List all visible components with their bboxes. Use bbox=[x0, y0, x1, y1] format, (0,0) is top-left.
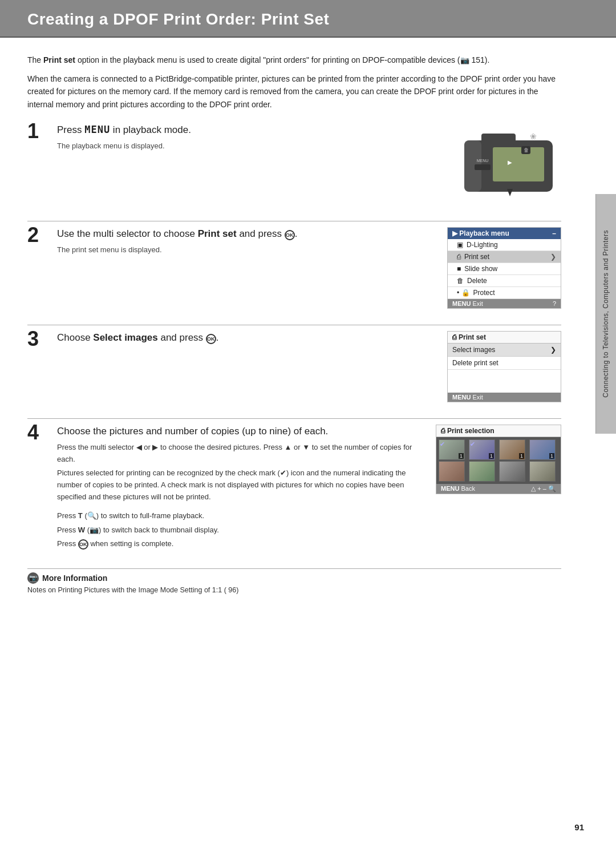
step-4-number: 4 bbox=[27, 422, 52, 552]
svg-rect-6 bbox=[475, 164, 491, 170]
thumb-3-num: 1 bbox=[519, 453, 524, 459]
more-info-title: 📷 More Information bbox=[27, 572, 561, 584]
step-3-text: Choose Select images and press OK. bbox=[57, 331, 436, 348]
menu-footer-help: ? bbox=[553, 300, 556, 307]
step-4: 4 Choose the pictures and number of copi… bbox=[27, 425, 561, 552]
print-sel-icon: ⎙ bbox=[441, 427, 445, 435]
page-title: Creating a DPOF Print Order: Print Set bbox=[27, 10, 589, 29]
more-info-section: 📷 More Information Notes on Printing Pic… bbox=[27, 568, 561, 594]
more-info-text: Notes on Printing Pictures with the Imag… bbox=[27, 586, 561, 594]
menu-item-protect: • 🔒 Protect bbox=[448, 287, 561, 299]
step-2-divider bbox=[27, 325, 561, 325]
camera-illustration: ▶ MENU 🗑 ❀ bbox=[453, 123, 561, 203]
step-3-body: Choose Select images and press OK. ⎙ Pri… bbox=[57, 331, 561, 402]
step-3-instruction: Choose Select images and press OK. bbox=[57, 331, 436, 345]
print-selection-mock: ⎙ Print selection ✔ 1 bbox=[436, 425, 561, 494]
menu-item-delete: 🗑 Delete bbox=[448, 275, 561, 287]
step-2-instruction: Use the multi selector to choose Print s… bbox=[57, 227, 436, 241]
dlighting-icon: ▣ bbox=[457, 241, 463, 249]
step-4-detail-ok: Press OK when setting is complete. bbox=[57, 538, 561, 550]
thumb-6 bbox=[469, 461, 495, 482]
step-4-content: Choose the pictures and number of copies… bbox=[52, 425, 561, 552]
thumb-1: ✔ 1 bbox=[439, 439, 465, 460]
intro-section: The Print set option in the playback men… bbox=[27, 54, 561, 111]
slideshow-label: Slide show bbox=[464, 265, 497, 273]
dlighting-label: D-Lighting bbox=[467, 241, 498, 249]
menu-title-label: ▶ Playback menu bbox=[452, 229, 509, 237]
svg-text:🗑: 🗑 bbox=[524, 147, 529, 153]
delete-label: Delete bbox=[467, 277, 487, 285]
thumb-2-check: ✔ bbox=[470, 441, 475, 448]
step-4-details: Press the multi selector ◀ or ▶ to choos… bbox=[57, 442, 424, 503]
thumb-5 bbox=[439, 461, 465, 482]
printset-arrow: ❯ bbox=[550, 253, 556, 261]
protect-icon: • 🔒 bbox=[457, 289, 470, 297]
delete-icon: 🗑 bbox=[457, 277, 464, 285]
thumb-1-num: 1 bbox=[459, 453, 464, 459]
side-tab: Connecting to Televisions, Computers and… bbox=[595, 194, 616, 434]
step-4-instruction: Choose the pictures and number of copies… bbox=[57, 425, 424, 438]
thumb-7 bbox=[499, 461, 525, 482]
print-set-footer: MENU Exit bbox=[448, 393, 561, 402]
intro-para1: The Print set option in the playback men… bbox=[27, 54, 561, 67]
page-header: Creating a DPOF Print Order: Print Set bbox=[0, 0, 616, 38]
intro-para2: When the camera is connected to a PictBr… bbox=[27, 72, 561, 111]
svg-text:▶: ▶ bbox=[508, 159, 512, 165]
print-set-label: Print set bbox=[459, 333, 486, 341]
protect-label: Protect bbox=[473, 289, 495, 297]
print-sel-title: ⎙ Print selection bbox=[436, 425, 561, 437]
step-2-content: Use the multi selector to choose Print s… bbox=[52, 227, 561, 309]
print-set-icon: ⎙ bbox=[452, 333, 456, 341]
step-2-number: 2 bbox=[27, 225, 52, 309]
svg-rect-2 bbox=[481, 134, 516, 145]
step-2: 2 Use the multi selector to choose Print… bbox=[27, 227, 561, 309]
step-1-instruction: Press MENU in playback mode. bbox=[57, 123, 441, 137]
step-1-image: ▶ MENU 🗑 ❀ bbox=[453, 123, 561, 205]
print-sel-back: MENU Back bbox=[441, 485, 475, 492]
step-4-detail-t: Press T (🔍) to switch to full-frame play… bbox=[57, 510, 561, 522]
menu-footer-label: MENU Exit bbox=[452, 300, 483, 307]
main-content: The Print set option in the playback men… bbox=[0, 38, 616, 610]
more-info-icon: 📷 bbox=[27, 572, 39, 584]
menu-title: ▶ Playback menu – bbox=[448, 228, 561, 239]
slideshow-icon: ■ bbox=[457, 265, 461, 273]
print-set-select-images: Select images ❯ bbox=[448, 344, 561, 357]
step-1: 1 Press MENU in playback mode. The playb… bbox=[27, 123, 561, 205]
step-2-image: ▶ Playback menu – ▣ D-Lighting ⎙ Print s… bbox=[447, 227, 561, 309]
step-1-divider bbox=[27, 221, 561, 221]
step-4-detail-w: Press W (📷) to switch back to thumbnail … bbox=[57, 524, 561, 536]
thumb-3: 1 bbox=[499, 439, 525, 460]
step-4-detail-1: Press the multi selector ◀ or ▶ to choos… bbox=[57, 442, 424, 466]
step-4-image: ⎙ Print selection ✔ 1 bbox=[436, 425, 561, 494]
print-sel-label: Print selection bbox=[447, 427, 495, 435]
select-images-label: Select images bbox=[452, 346, 495, 354]
step-3-content: Choose Select images and press OK. ⎙ Pri… bbox=[52, 331, 561, 402]
step-3: 3 Choose Select images and press OK. ⎙ bbox=[27, 331, 561, 402]
step-4-extra-details: Press T (🔍) to switch to full-frame play… bbox=[57, 510, 561, 550]
page-container: Creating a DPOF Print Order: Print Set C… bbox=[0, 0, 616, 848]
printset-label: Print set bbox=[464, 253, 489, 261]
menu-footer: MENU Exit ? bbox=[448, 299, 561, 308]
step-4-detail-2: Pictures selected for printing can be re… bbox=[57, 467, 424, 503]
print-set-title: ⎙ Print set bbox=[448, 332, 561, 344]
step-3-number: 3 bbox=[27, 329, 52, 402]
step-2-text: Use the multi selector to choose Print s… bbox=[57, 227, 436, 257]
step-1-content: Press MENU in playback mode. The playbac… bbox=[52, 123, 561, 205]
more-info-label: More Information bbox=[42, 574, 107, 583]
print-set-menu-mock: ⎙ Print set Select images ❯ Delete print… bbox=[447, 331, 561, 402]
print-sel-footer: MENU Back △ + – 🔍 bbox=[436, 484, 561, 494]
print-set-footer-label: MENU Exit bbox=[452, 394, 483, 401]
svg-text:MENU: MENU bbox=[477, 159, 489, 163]
step-2-note: The print set menu is displayed. bbox=[57, 244, 436, 256]
menu-title-icon: – bbox=[552, 229, 556, 237]
print-set-spacer bbox=[448, 370, 561, 393]
step-4-text: Choose the pictures and number of copies… bbox=[57, 425, 424, 506]
step-1-text: Press MENU in playback mode. The playbac… bbox=[57, 123, 441, 154]
print-sel-controls: △ + – 🔍 bbox=[531, 485, 556, 492]
select-images-arrow: ❯ bbox=[550, 346, 556, 354]
menu-item-slideshow: ■ Slide show bbox=[448, 263, 561, 275]
svg-marker-9 bbox=[507, 189, 513, 196]
thumb-2-num: 1 bbox=[489, 453, 494, 459]
print-set-delete: Delete print set bbox=[448, 357, 561, 370]
step-1-note: The playback menu is displayed. bbox=[57, 140, 441, 152]
